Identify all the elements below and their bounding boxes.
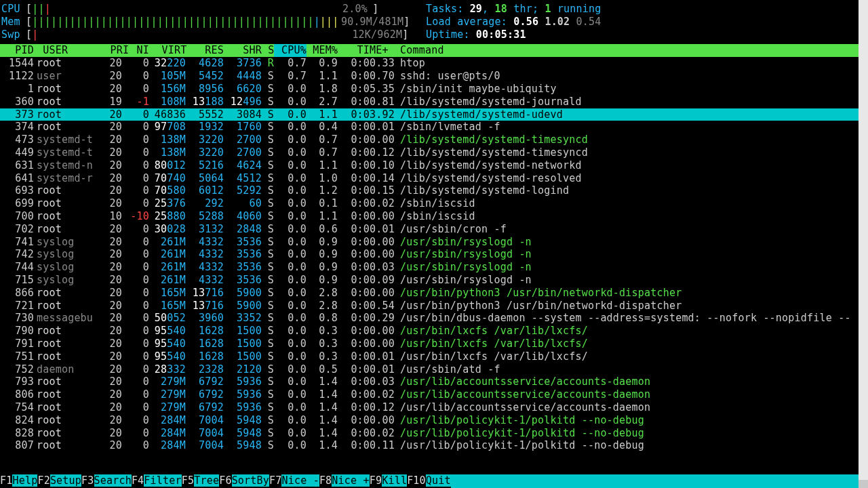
fkey-f1[interactable]: F1Help xyxy=(0,474,37,488)
fkey-f2[interactable]: F2Setup xyxy=(37,474,81,488)
process-row[interactable]: 730messagebu2005005239603352S0.00.80:00.… xyxy=(0,312,868,325)
process-row[interactable]: 693root2007058060125292S0.01.20:00.15/li… xyxy=(0,184,868,197)
col-c-res[interactable]: RES xyxy=(186,44,224,57)
process-row[interactable]: 790root2009554016281500S0.00.30:00.00/us… xyxy=(0,325,868,338)
process-row[interactable]: 641systemd-r2007074050644512S0.01.00:00.… xyxy=(0,172,868,185)
cpu-label: CPU xyxy=(1,3,26,16)
col-c-mem[interactable]: MEM% xyxy=(307,44,338,57)
fkey-f10[interactable]: F10Quit xyxy=(407,474,451,488)
process-list[interactable]: 1544root2003222046283736R0.70.90:00.33ht… xyxy=(0,57,868,452)
col-c-time[interactable]: TIME+ xyxy=(338,44,395,57)
process-row[interactable]: 473systemd-t200138M32202700S0.00.70:00.0… xyxy=(0,134,868,146)
process-row[interactable]: 631systemd-n2008001252164624S0.01.10:00.… xyxy=(0,159,868,172)
fkey-f4[interactable]: F4Filter xyxy=(132,474,182,488)
fkey-f5[interactable]: F5Tree xyxy=(182,474,219,488)
process-row[interactable]: 1544root2003222046283736R0.70.90:00.33ht… xyxy=(0,57,868,70)
process-row[interactable]: 721root200165M137165900S0.02.80:00.54/us… xyxy=(0,300,868,312)
process-row[interactable]: 449systemd-t200138M32202700S0.00.70:00.1… xyxy=(0,146,868,159)
process-row[interactable]: 1root200156M89566620S0.01.80:05.35/sbin/… xyxy=(0,83,868,96)
col-c-pid[interactable]: PID xyxy=(0,44,34,57)
col-c-cpu[interactable]: CPU% xyxy=(274,44,307,57)
process-row[interactable]: 742syslog200261M43323536S0.00.90:00.00/u… xyxy=(0,248,868,261)
mem-label: Mem xyxy=(1,16,26,28)
column-header[interactable]: PID USER PRI NI VIRT RES SHR S CPU% MEM%… xyxy=(0,44,868,57)
mem-bar: ||||||||||||||||||||||||||||||||||||||||… xyxy=(32,16,336,28)
fkey-f8[interactable]: F8Nice + xyxy=(319,474,370,488)
cpu-bar: |||2.0% xyxy=(32,3,372,16)
process-row[interactable]: 752daemon2002833223282120S0.00.50:00.01/… xyxy=(0,363,868,376)
process-row[interactable]: 374root2009770819321760S0.00.40:00.01/sb… xyxy=(0,121,868,134)
fkey-f3[interactable]: F3Search xyxy=(81,474,132,488)
col-c-pri[interactable]: PRI xyxy=(98,44,122,57)
footer-keys: F1Help F2Setup F3SearchF4FilterF5Tree F6… xyxy=(0,474,859,488)
process-row[interactable]: 1122user200105M54524448S0.71.10:00.70ssh… xyxy=(0,70,868,83)
process-row[interactable]: 741syslog200261M43323536S0.00.90:00.00/u… xyxy=(0,236,868,249)
process-row[interactable]: 824root200284M70045948S0.01.40:00.00/usr… xyxy=(0,414,868,427)
process-row[interactable]: 699root2002537629260S0.00.10:00.02/sbin/… xyxy=(0,197,868,210)
fkey-f7[interactable]: F7Nice - xyxy=(269,474,319,488)
fkey-f6[interactable]: F6SortBy xyxy=(219,474,269,488)
header-stats: Tasks: 29, 18 thr; 1 running Load averag… xyxy=(426,3,601,41)
col-c-cmd[interactable]: Command xyxy=(395,44,868,57)
process-row[interactable]: 793root200279M67925936S0.01.40:00.03/usr… xyxy=(0,375,868,388)
col-c-s[interactable]: S xyxy=(262,44,274,57)
process-row[interactable]: 754root200279M67925936S0.01.40:00.12/usr… xyxy=(0,401,868,414)
process-row[interactable]: 866root200165M137165900S0.02.80:00.00/us… xyxy=(0,287,868,300)
process-row[interactable]: 806root200279M67925936S0.01.40:00.02/usr… xyxy=(0,388,868,401)
process-row[interactable]: 791root2009554016281500S0.00.30:00.00/us… xyxy=(0,338,868,350)
process-row[interactable]: 828root200284M70045948S0.01.40:00.02/usr… xyxy=(0,427,868,440)
swp-bar: | xyxy=(32,28,341,41)
process-row[interactable]: 360root19-1108M1318812496S0.02.70:00.81/… xyxy=(0,96,868,108)
process-row[interactable]: 715syslog200261M43323536S0.00.90:00.09/u… xyxy=(0,274,868,287)
process-row[interactable]: 700root10-102588052884060S0.01.10:00.00/… xyxy=(0,210,868,223)
swp-label: Swp xyxy=(1,28,26,41)
scrollbar[interactable] xyxy=(859,0,868,488)
process-row[interactable]: 751root2009554016281500S0.00.30:00.01/us… xyxy=(0,350,868,363)
col-c-user[interactable]: USER xyxy=(34,44,98,57)
process-row[interactable]: 744syslog200261M43323536S0.00.90:00.03/u… xyxy=(0,261,868,274)
col-c-virt[interactable]: VIRT xyxy=(149,44,186,57)
col-c-shr[interactable]: SHR xyxy=(224,44,262,57)
col-c-ni[interactable]: NI xyxy=(122,44,149,57)
process-row[interactable]: 373root2004683655523084S0.01.10:03.92/li… xyxy=(0,108,868,121)
process-row[interactable]: 702root2003002831322848S0.00.60:00.01/us… xyxy=(0,223,868,236)
process-row[interactable]: 807root200284M70045948S0.01.40:00.11/usr… xyxy=(0,439,868,452)
fkey-f9[interactable]: F9Kill xyxy=(370,474,407,488)
